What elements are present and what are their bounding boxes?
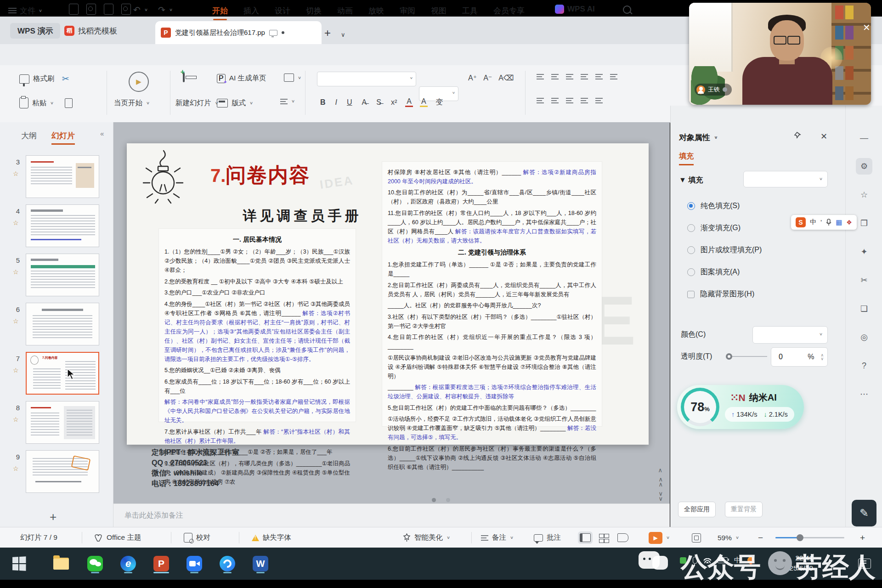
handwriting-input-button[interactable]: ✎ — [852, 500, 876, 526]
slide-thumbnail-6[interactable] — [26, 303, 99, 345]
pin-icon[interactable] — [794, 131, 802, 140]
ai-generate-button[interactable]: P✦ AI 生成单页 — [217, 74, 266, 83]
slide-sorter-icon[interactable] — [599, 534, 609, 542]
document-tab[interactable]: P 党建引领基层社会治理617.pp — [155, 21, 322, 44]
slide-thumbnail-7[interactable]: 7.问卷内容 — [26, 352, 99, 395]
zoom-slider[interactable] — [775, 527, 844, 548]
reading-view-icon[interactable] — [617, 533, 628, 542]
search-icon[interactable] — [623, 6, 631, 14]
minimize-icon[interactable]: — — [856, 130, 872, 146]
taskbar-wechat-icon[interactable] — [85, 554, 105, 573]
docer-tab[interactable]: 稻 找稻壳模板 — [64, 23, 117, 39]
font-color-icon[interactable]: A — [405, 97, 413, 107]
smart-tools-icon[interactable]: ✦ — [856, 243, 872, 260]
menu-item-视图[interactable]: 视图 — [431, 6, 447, 16]
underline-icon[interactable]: U — [345, 98, 354, 107]
find-icon[interactable]: ◎ — [856, 329, 872, 345]
output-icon[interactable] — [86, 4, 96, 15]
line-spacing-icon[interactable] — [595, 74, 603, 79]
previous-slide-icon[interactable]: ∧∧ — [658, 477, 662, 487]
collapse-panel-icon[interactable]: « — [100, 130, 104, 137]
next-slide-icon[interactable]: ∨∨ — [658, 491, 662, 501]
menu-item-设计[interactable]: 设计 — [275, 6, 290, 16]
taskbar-start-icon[interactable] — [9, 554, 28, 573]
play-from-current-icon[interactable]: ▶ — [129, 72, 149, 92]
editing-canvas[interactable]: 7.问卷内容 详见调查员手册 IDEA E 一. 居民基本情况1.（1）您的性别… — [113, 122, 670, 503]
add-slide-button[interactable]: + — [50, 510, 57, 524]
outline-level-button[interactable]: ∨ — [280, 98, 295, 104]
cut-assist-icon[interactable]: ✂ — [856, 272, 872, 288]
new-slide-button[interactable]: 新建幻灯片∨ — [175, 98, 219, 108]
outdent-icon[interactable] — [566, 74, 573, 79]
cut-icon[interactable]: ✂ — [62, 74, 69, 84]
align-center-icon[interactable] — [551, 97, 559, 103]
close-icon[interactable]: ✕ — [863, 22, 871, 33]
numbered-list-icon[interactable] — [551, 74, 559, 79]
keyboard-icon[interactable]: ▦ — [836, 218, 842, 226]
taskbar-word-icon[interactable]: W — [251, 554, 270, 573]
ime-toolbar[interactable]: S 中 ’ ▦ ❖ — [791, 215, 857, 230]
menu-item-会员专享[interactable]: 会员专享 — [493, 6, 525, 16]
redo-icon[interactable]: ↷ — [158, 5, 165, 15]
play-from-current-button[interactable]: 当页开始∨ — [114, 98, 150, 108]
bold-icon[interactable]: B — [319, 98, 327, 107]
paste-button[interactable]: 粘贴 ∨ — [19, 97, 73, 108]
slide-thumbnail-8[interactable] — [26, 401, 99, 444]
fill-option-5[interactable]: 隐藏背景图形(H) — [687, 289, 754, 299]
zoom-level[interactable]: 59%∨ — [718, 527, 739, 548]
menu-item-插入[interactable]: 插入 — [243, 6, 259, 16]
print-icon[interactable] — [104, 4, 113, 15]
slide-7[interactable]: 7.问卷内容 详见调查员手册 IDEA E 一. 居民基本情况1.（1）您的性别… — [127, 143, 649, 445]
fill-section-header[interactable]: ▼ 填充 — [679, 175, 703, 185]
menu-item-审阅[interactable]: 审阅 — [400, 6, 415, 16]
theme-button[interactable]: Office 主题 — [94, 527, 141, 548]
fit-slide-button[interactable] — [692, 527, 701, 548]
align-right-icon[interactable] — [566, 97, 573, 103]
slide-thumbnail-5[interactable] — [26, 254, 99, 296]
new-slide-icon[interactable] — [183, 74, 185, 82]
object-properties-icon[interactable]: ⚙ — [856, 158, 872, 175]
layout-button[interactable]: 版式∨ — [217, 98, 253, 108]
font-name-combo[interactable] — [317, 72, 416, 86]
align-left-icon[interactable] — [537, 97, 544, 103]
transparency-slider[interactable] — [727, 356, 767, 357]
ime-tools-icon[interactable]: ❖ — [846, 219, 852, 226]
fill-option-1[interactable]: 纯色填充(S) — [687, 201, 740, 211]
menu-item-切换[interactable]: 切换 — [306, 6, 322, 16]
zoom-out-button[interactable]: − — [758, 527, 763, 548]
more-icon[interactable]: ⋯ — [856, 386, 872, 402]
zoom-in-button[interactable]: + — [860, 527, 865, 548]
close-panel-icon[interactable]: ✕ — [820, 131, 827, 141]
slide-thumbnail-3[interactable] — [26, 155, 99, 198]
highlight-color-icon[interactable]: A — [420, 97, 428, 107]
slideshow-button[interactable]: ▶∨ — [649, 527, 670, 548]
menu-item-工具[interactable]: 工具 — [462, 6, 478, 16]
file-menu-button[interactable]: 文件 ∨ — [8, 4, 42, 17]
taskbar-meeting-icon[interactable] — [185, 554, 204, 573]
reset-background-button[interactable]: 重置背景 — [725, 502, 763, 517]
fill-option-2[interactable]: 渐变填充(G) — [687, 223, 741, 233]
bullet-list-icon[interactable] — [537, 74, 544, 79]
taskbar-quark-icon[interactable] — [218, 554, 237, 573]
format-painter-button[interactable]: 格式刷 ✂ — [19, 74, 69, 84]
justify-icon[interactable] — [581, 97, 588, 103]
notes-button[interactable]: 备注∨ — [481, 527, 514, 548]
missing-font-warning[interactable]: 缺失字体 — [252, 527, 291, 548]
notes-bar[interactable]: 单击此处添加备注 — [113, 503, 670, 527]
pinyin-icon[interactable]: 变 — [435, 97, 445, 107]
italic-icon[interactable]: I — [334, 98, 339, 107]
distribute-icon[interactable] — [595, 97, 603, 103]
save-icon[interactable] — [69, 4, 79, 15]
layers-icon[interactable]: ❏ — [856, 300, 872, 317]
menu-item-放映[interactable]: 放映 — [368, 6, 384, 16]
shadow-icon[interactable]: S̶ — [375, 98, 383, 107]
print-preview-icon[interactable] — [121, 4, 131, 15]
undo-icon[interactable]: ↶ — [133, 5, 141, 15]
clear-format-icon[interactable]: A⌫ — [497, 74, 515, 82]
menu-item-动画[interactable]: 动画 — [337, 6, 353, 16]
tab-list-caret-icon[interactable]: ∨ — [341, 31, 345, 38]
proofing-button[interactable]: 校对 — [184, 527, 210, 548]
menu-item-开始[interactable]: 开始 — [212, 6, 228, 16]
text-columns-icon[interactable] — [610, 74, 617, 79]
normal-view-icon[interactable] — [580, 533, 591, 542]
